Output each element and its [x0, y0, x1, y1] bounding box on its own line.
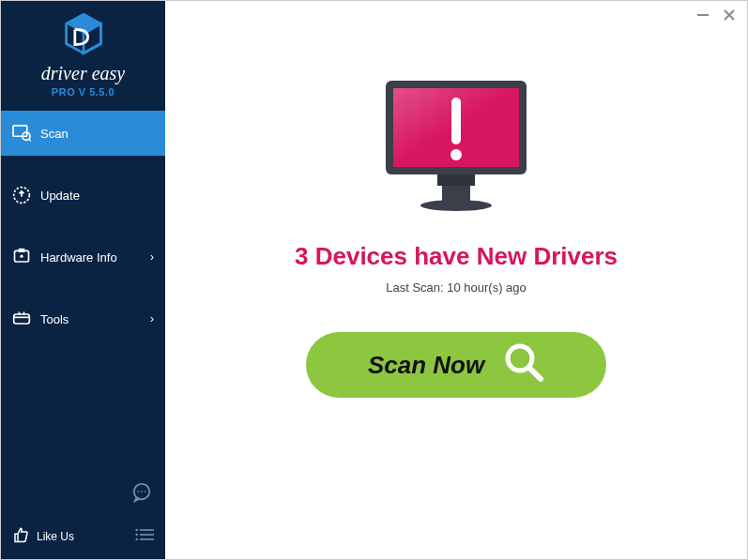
headline: 3 Devices have New Drivers	[295, 242, 618, 271]
sidebar-item-label: Tools	[40, 312, 69, 326]
hardware-info-icon	[12, 248, 31, 266]
sidebar: driver easy PRO V 5.5.0 Scan	[1, 1, 165, 559]
chevron-right-icon: ›	[150, 250, 154, 264]
svg-point-15	[137, 491, 139, 492]
chevron-right-icon: ›	[150, 312, 154, 325]
menu-icon[interactable]	[135, 528, 154, 544]
svg-point-17	[145, 491, 146, 492]
svg-rect-8	[19, 249, 25, 252]
svg-point-9	[20, 255, 23, 258]
sidebar-item-tools[interactable]: Tools ›	[1, 296, 165, 341]
update-icon	[12, 186, 31, 204]
close-button[interactable]	[723, 8, 736, 25]
chat-icon[interactable]	[131, 482, 152, 507]
scan-icon	[12, 124, 31, 143]
svg-line-5	[28, 139, 30, 141]
sidebar-item-label: Scan	[40, 127, 69, 141]
version-label: PRO V 5.5.0	[1, 86, 165, 98]
svg-rect-3	[13, 126, 27, 136]
brand-name: driver easy	[1, 63, 165, 84]
search-icon	[503, 341, 544, 389]
svg-point-16	[141, 491, 143, 492]
alert-monitor-icon	[376, 76, 536, 216]
bottom-bar: Like Us	[1, 517, 165, 559]
main-panel: 3 Devices have New Drivers Last Scan: 10…	[165, 1, 747, 559]
tools-icon	[12, 310, 31, 328]
svg-line-36	[529, 368, 541, 379]
logo-icon	[1, 12, 165, 59]
scan-now-label: Scan Now	[368, 351, 484, 380]
svg-point-22	[135, 538, 138, 541]
svg-rect-30	[437, 174, 475, 186]
svg-point-20	[135, 534, 138, 537]
like-us-label[interactable]: Like Us	[37, 530, 74, 543]
content: 3 Devices have New Drivers Last Scan: 10…	[295, 76, 618, 398]
svg-point-32	[420, 200, 492, 211]
scan-now-button[interactable]: Scan Now	[306, 332, 606, 398]
sidebar-item-update[interactable]: Update	[1, 173, 165, 218]
minimize-button[interactable]	[696, 8, 710, 25]
svg-point-34	[450, 149, 462, 160]
titlebar	[696, 8, 736, 25]
logo-area: driver easy PRO V 5.5.0	[1, 1, 165, 105]
sidebar-item-label: Hardware Info	[40, 250, 117, 265]
sidebar-item-scan[interactable]: Scan	[1, 111, 165, 156]
svg-rect-10	[14, 314, 30, 324]
svg-point-18	[135, 529, 138, 532]
thumbs-up-icon[interactable]	[12, 526, 29, 546]
nav: Scan Update	[1, 111, 165, 358]
last-scan-label: Last Scan: 10 hour(s) ago	[386, 280, 527, 295]
app-window: driver easy PRO V 5.5.0 Scan	[0, 0, 748, 560]
sidebar-item-hardware-info[interactable]: Hardware Info ›	[1, 235, 165, 280]
sidebar-item-label: Update	[40, 189, 80, 203]
